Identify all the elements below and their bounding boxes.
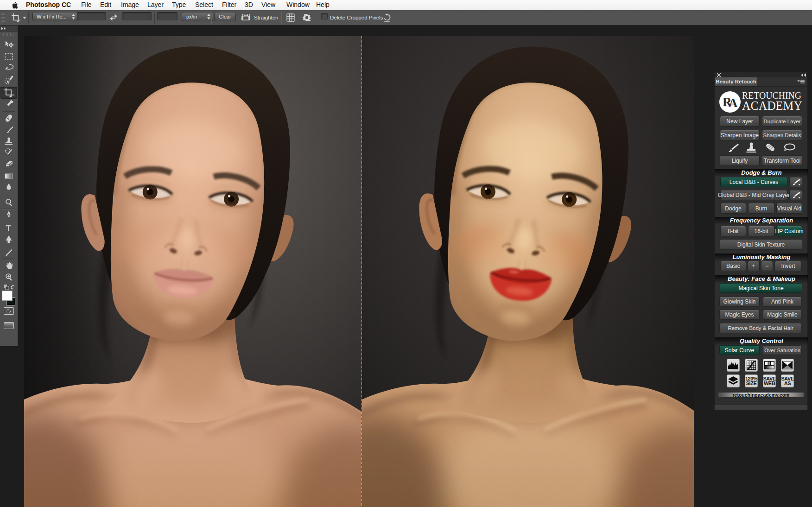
svg-text:ACADEMY: ACADEMY [742,98,802,112]
svg-text:A: A [729,96,738,110]
svg-text:T: T [6,223,12,233]
